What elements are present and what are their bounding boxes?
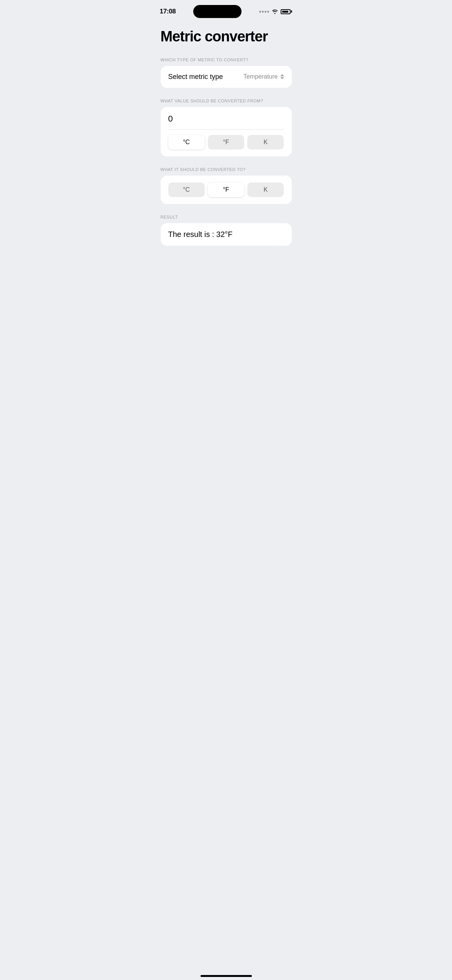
status-time: 17:08 [160, 8, 176, 15]
status-bar: 17:08 [151, 0, 301, 21]
value-input[interactable]: 0 [168, 114, 284, 130]
from-unit-fahrenheit[interactable]: °F [208, 135, 244, 150]
metric-type-card: Select metric type Temperature [161, 66, 292, 88]
from-unit-celsius[interactable]: °C [168, 135, 205, 150]
to-unit-toggle: °C °F K [168, 183, 284, 197]
metric-selector-value[interactable]: Temperature [243, 73, 284, 80]
metric-type-label: WHICH TYPE OF METRIC TO CONVERT? [161, 58, 292, 62]
battery-icon [281, 9, 292, 14]
result-label: RESULT [161, 215, 292, 219]
page-title: Metric converter [161, 28, 292, 45]
to-unit-celsius[interactable]: °C [168, 183, 205, 197]
main-content: Metric converter WHICH TYPE OF METRIC TO… [151, 21, 301, 272]
from-unit-kelvin[interactable]: K [247, 135, 284, 150]
from-label: WHAT VALUE SHOULD BE CONVERTED FROM? [161, 99, 292, 103]
metric-selector-placeholder: Select metric type [168, 73, 223, 81]
from-unit-toggle: °C °F K [168, 135, 284, 150]
metric-selector[interactable]: Select metric type Temperature [168, 73, 284, 81]
wifi-icon [271, 9, 278, 14]
dynamic-island [193, 5, 242, 18]
to-label: WHAT IT SHOULD BE CONVERTED TO? [161, 167, 292, 172]
status-icons [259, 9, 292, 14]
metric-selected-text: Temperature [243, 73, 278, 80]
to-unit-fahrenheit[interactable]: °F [208, 183, 244, 197]
result-card: The result is : 32°F [161, 223, 292, 246]
signal-icon [259, 11, 269, 13]
to-unit-kelvin[interactable]: K [247, 183, 284, 197]
result-text: The result is : 32°F [168, 230, 284, 239]
to-card: °C °F K [161, 176, 292, 204]
chevron-updown-icon [280, 74, 284, 79]
from-card: 0 °C °F K [161, 107, 292, 156]
